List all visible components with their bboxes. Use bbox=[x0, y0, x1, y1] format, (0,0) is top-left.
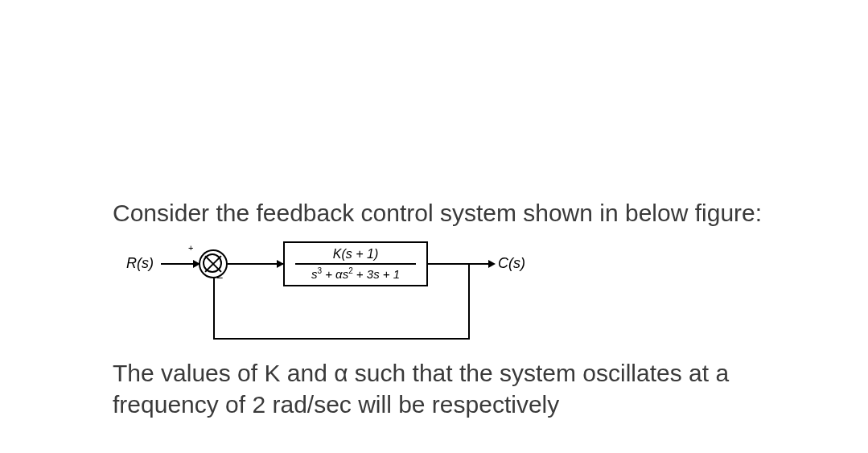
transfer-function-block: K(s + 1) s3 + αs2 + 3s + 1 bbox=[283, 241, 428, 286]
tf-numerator: K(s + 1) bbox=[333, 247, 378, 263]
input-signal-label: R(s) bbox=[126, 255, 154, 272]
arrow-to-output bbox=[488, 260, 496, 268]
block-diagram: R(s) + − K(s + 1) s3 + αs2 + 3s + 1 bbox=[122, 243, 573, 356]
wire-sum-to-block bbox=[228, 263, 283, 265]
feedback-wire-up bbox=[213, 278, 215, 340]
question-tail: The values of K and α such that the syst… bbox=[113, 357, 812, 420]
feedback-wire-down bbox=[468, 263, 470, 340]
feedback-wire-across bbox=[213, 338, 470, 340]
wire-block-to-output bbox=[428, 263, 492, 265]
sum-plus-sign: + bbox=[188, 243, 193, 253]
output-signal-label: C(s) bbox=[498, 255, 525, 272]
sum-minus-sign: − bbox=[216, 271, 223, 284]
tf-denominator: s3 + αs2 + 3s + 1 bbox=[311, 265, 400, 281]
summing-junction bbox=[199, 249, 228, 278]
question-intro: Consider the feedback control system sho… bbox=[113, 197, 812, 229]
